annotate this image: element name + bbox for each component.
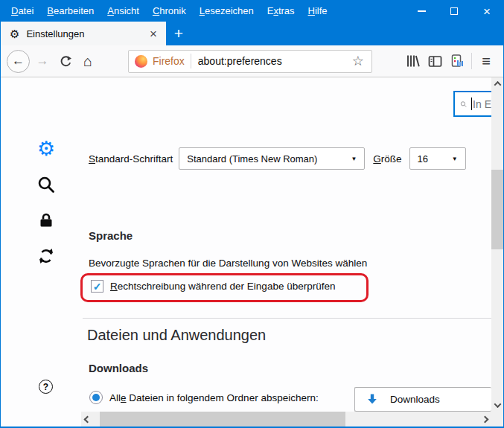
tab-close-icon[interactable]: × xyxy=(147,28,160,40)
menu-button[interactable]: ≡ xyxy=(475,50,497,72)
menu-ansicht[interactable]: Ansicht xyxy=(101,1,146,22)
reload-button[interactable] xyxy=(55,50,76,72)
horizontal-scrollbar[interactable] xyxy=(81,412,491,427)
font-size-select[interactable]: 16 ▼ xyxy=(409,147,466,170)
font-size-value: 16 xyxy=(418,153,428,165)
chevron-down-icon: ▼ xyxy=(452,156,458,162)
font-size-label: Größe xyxy=(373,153,401,165)
forward-icon: → xyxy=(36,54,49,68)
vertical-scrollbar-thumb[interactable] xyxy=(491,170,503,249)
close-icon: × xyxy=(483,5,491,18)
maximize-icon xyxy=(450,7,458,15)
firefox-window: Datei Bearbeiten Ansicht Chronik Lesezei… xyxy=(0,0,504,428)
sidebar-toggle-icon xyxy=(428,54,442,68)
reload-icon xyxy=(60,55,72,68)
menu-lesezeichen[interactable]: Lesezeichen xyxy=(193,1,261,22)
download-icon xyxy=(365,392,380,407)
gear-icon: ⚙ xyxy=(37,139,55,159)
sidebar-toggle-button[interactable] xyxy=(424,50,446,72)
search-icon xyxy=(460,99,467,109)
spellcheck-checkbox[interactable]: ✓ xyxy=(91,280,103,293)
sync-icon xyxy=(37,247,55,265)
language-heading: Sprache xyxy=(89,229,133,242)
chevron-up-icon xyxy=(494,81,501,89)
section-divider xyxy=(83,318,491,319)
scrollbar-corner xyxy=(491,412,503,427)
menu-bar: Datei Bearbeiten Ansicht Chronik Lesezei… xyxy=(1,1,503,22)
language-description: Bevorzugte Sprachen für die Darstellung … xyxy=(89,258,367,269)
home-icon: ⌂ xyxy=(83,53,92,70)
toolbar-icon-cluster: ≡ xyxy=(401,50,497,72)
save-to-folder-radio[interactable] xyxy=(89,391,103,404)
back-button[interactable]: ← xyxy=(7,50,30,73)
url-text[interactable]: about:preferences xyxy=(198,55,351,67)
minimize-button[interactable] xyxy=(405,1,438,22)
category-sync[interactable] xyxy=(35,245,57,267)
minimize-icon xyxy=(418,10,426,12)
download-folder-value: Downloads xyxy=(390,394,440,405)
url-bar[interactable]: Firefox about:preferences ☆ xyxy=(128,50,372,73)
maximize-button[interactable] xyxy=(438,1,470,22)
url-brand-label: Firefox xyxy=(153,55,185,67)
menu-hilfe[interactable]: Hilfe xyxy=(302,1,334,22)
spellcheck-label[interactable]: Rechtschreibung während der Eingabe über… xyxy=(110,281,335,292)
firefox-logo-icon xyxy=(135,55,147,68)
category-privacy-security[interactable] xyxy=(35,209,57,231)
chevron-right-icon xyxy=(482,415,489,423)
vertical-scrollbar[interactable] xyxy=(491,77,503,412)
lock-icon xyxy=(37,211,55,229)
scroll-right-button[interactable] xyxy=(479,412,491,427)
extension-button[interactable] xyxy=(446,50,468,72)
horizontal-scrollbar-thumb[interactable] xyxy=(100,412,345,427)
search-placeholder: In E xyxy=(473,98,491,110)
download-folder-field[interactable]: Downloads xyxy=(354,387,491,412)
extension-icon xyxy=(450,54,465,68)
download-folder-row: Alle Dateien in folgendem Ordner abspeic… xyxy=(89,391,319,404)
help-icon: ? xyxy=(43,382,48,392)
tab-bar: ⚙ Einstellungen × + xyxy=(1,22,503,45)
menu-datei[interactable]: Datei xyxy=(4,1,40,22)
downloads-heading: Downloads xyxy=(89,362,148,374)
preferences-page: ⚙ ? In E Standard-Schriftart Standard (T… xyxy=(1,77,503,427)
new-tab-button[interactable]: + xyxy=(166,22,191,45)
menu-chronik[interactable]: Chronik xyxy=(146,1,193,22)
tab-title: Einstellungen xyxy=(26,28,147,39)
scroll-up-button[interactable] xyxy=(491,77,503,90)
home-button[interactable]: ⌂ xyxy=(77,50,98,72)
save-to-folder-label[interactable]: Alle Dateien in folgendem Ordner abspeic… xyxy=(109,392,319,403)
check-icon: ✓ xyxy=(93,281,102,292)
library-icon xyxy=(405,54,420,68)
help-button[interactable]: ? xyxy=(39,380,53,394)
navigation-toolbar: ← → ⌂ Firefox about:preferences ☆ ≡ xyxy=(1,45,503,77)
category-general[interactable]: ⚙ xyxy=(35,138,57,160)
search-icon xyxy=(36,175,56,194)
default-font-label: Standard-Schriftart xyxy=(89,153,173,165)
library-button[interactable] xyxy=(401,50,424,72)
toolbar-separator xyxy=(471,53,472,69)
menu-bearbeiten[interactable]: Bearbeiten xyxy=(40,1,101,22)
chevron-down-icon: ▼ xyxy=(351,156,357,162)
preferences-search-input[interactable]: In E xyxy=(453,91,491,117)
default-font-row: Standard-Schriftart Standard (Times New … xyxy=(89,147,466,170)
default-font-value: Standard (Times New Roman) xyxy=(187,153,317,165)
back-icon: ← xyxy=(12,54,25,68)
close-button[interactable]: × xyxy=(470,1,503,22)
files-applications-heading: Dateien und Anwendungen xyxy=(87,327,266,344)
spellcheck-row: ✓ Rechtschreibung während der Eingabe üb… xyxy=(91,280,335,293)
menu-extras[interactable]: Extras xyxy=(261,1,302,22)
scroll-left-button[interactable] xyxy=(81,412,94,427)
chevron-down-icon xyxy=(494,400,501,408)
scroll-down-button[interactable] xyxy=(491,399,503,412)
bookmark-star-icon[interactable]: ☆ xyxy=(351,53,366,69)
category-search[interactable] xyxy=(35,173,57,196)
window-controls: × xyxy=(405,1,503,22)
default-font-select[interactable]: Standard (Times New Roman) ▼ xyxy=(179,147,365,170)
chevron-left-icon xyxy=(84,415,92,423)
hamburger-icon: ≡ xyxy=(482,53,491,70)
text-cursor xyxy=(471,98,472,110)
gear-icon: ⚙ xyxy=(10,28,19,39)
forward-button[interactable]: → xyxy=(33,50,52,72)
radio-dot xyxy=(92,394,100,401)
tab-einstellungen[interactable]: ⚙ Einstellungen × xyxy=(1,22,166,45)
url-separator xyxy=(191,54,191,68)
